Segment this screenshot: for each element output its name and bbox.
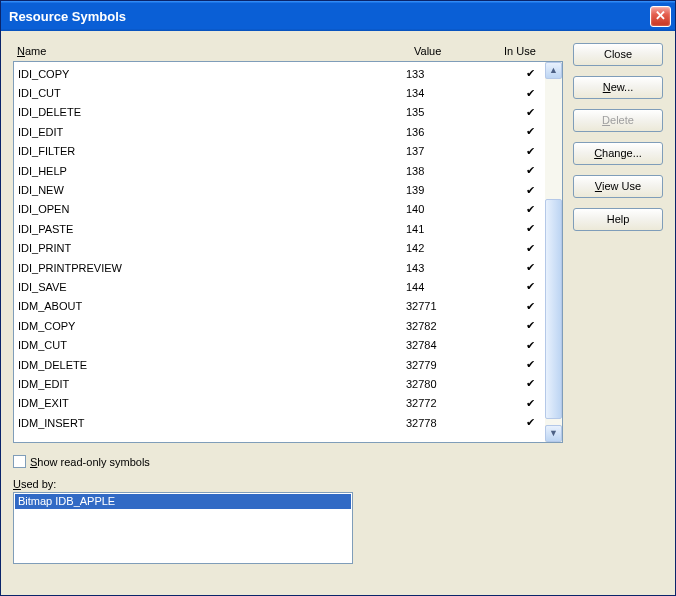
- symbol-value: 32784: [406, 339, 496, 351]
- check-icon: ✔: [496, 300, 541, 313]
- table-row[interactable]: IDI_PRINTPREVIEW143✔: [14, 258, 545, 277]
- symbol-name: IDI_PASTE: [18, 223, 406, 235]
- content-area: Name Value In Use IDI_COPY133✔IDI_CUT134…: [1, 31, 675, 595]
- symbol-value: 141: [406, 223, 496, 235]
- check-icon: ✔: [496, 416, 541, 429]
- table-row[interactable]: IDI_HELP138✔: [14, 161, 545, 180]
- check-icon: ✔: [496, 319, 541, 332]
- symbol-name: IDM_CUT: [18, 339, 406, 351]
- check-icon: ✔: [496, 280, 541, 293]
- symbol-value: 134: [406, 87, 496, 99]
- check-icon: ✔: [496, 184, 541, 197]
- symbol-value: 139: [406, 184, 496, 196]
- viewuse-button[interactable]: View Use: [573, 175, 663, 198]
- symbol-value: 143: [406, 262, 496, 274]
- check-icon: ✔: [496, 125, 541, 138]
- usedby-label: Used by:: [13, 478, 563, 490]
- symbol-value: 144: [406, 281, 496, 293]
- table-row[interactable]: IDI_PRINT142✔: [14, 239, 545, 258]
- button-column: Close New... Delete Change... View Use H…: [573, 43, 663, 583]
- symbol-name: IDI_DELETE: [18, 106, 406, 118]
- column-inuse: In Use: [504, 45, 559, 57]
- new-button[interactable]: New...: [573, 76, 663, 99]
- window-title: Resource Symbols: [9, 9, 650, 24]
- help-button[interactable]: Help: [573, 208, 663, 231]
- table-row[interactable]: IDI_DELETE135✔: [14, 103, 545, 122]
- check-icon: ✔: [496, 203, 541, 216]
- readonly-checkbox[interactable]: [13, 455, 26, 468]
- table-row[interactable]: IDM_EXIT32772✔: [14, 394, 545, 413]
- symbol-value: 32778: [406, 417, 496, 429]
- scroll-down-icon[interactable]: ▼: [545, 425, 562, 442]
- column-value: Value: [414, 45, 504, 57]
- table-row[interactable]: IDM_ABOUT32771✔: [14, 297, 545, 316]
- symbol-name: IDI_OPEN: [18, 203, 406, 215]
- symbol-name: IDI_FILTER: [18, 145, 406, 157]
- check-icon: ✔: [496, 87, 541, 100]
- symbol-name: IDI_PRINT: [18, 242, 406, 254]
- check-icon: ✔: [496, 397, 541, 410]
- table-row[interactable]: IDM_DELETE32779✔: [14, 355, 545, 374]
- change-button[interactable]: Change...: [573, 142, 663, 165]
- symbol-value: 32779: [406, 359, 496, 371]
- symbol-value: 32771: [406, 300, 496, 312]
- usedby-list[interactable]: Bitmap IDB_APPLE: [13, 492, 353, 564]
- symbol-value: 140: [406, 203, 496, 215]
- scroll-thumb[interactable]: [545, 199, 562, 419]
- scrollbar[interactable]: ▲ ▼: [545, 62, 562, 442]
- readonly-checkbox-row[interactable]: Show read-only symbols: [13, 455, 563, 468]
- symbol-name: IDM_ABOUT: [18, 300, 406, 312]
- readonly-label: Show read-only symbols: [30, 456, 150, 468]
- symbol-value: 135: [406, 106, 496, 118]
- delete-button: Delete: [573, 109, 663, 132]
- table-row[interactable]: IDI_PASTE141✔: [14, 219, 545, 238]
- titlebar[interactable]: Resource Symbols ✕: [1, 1, 675, 31]
- check-icon: ✔: [496, 164, 541, 177]
- symbol-list[interactable]: IDI_COPY133✔IDI_CUT134✔IDI_DELETE135✔IDI…: [14, 62, 545, 442]
- symbol-value: 138: [406, 165, 496, 177]
- dialog-window: Resource Symbols ✕ Name Value In Use IDI…: [0, 0, 676, 596]
- check-icon: ✔: [496, 242, 541, 255]
- symbol-value: 142: [406, 242, 496, 254]
- symbol-value: 137: [406, 145, 496, 157]
- table-row[interactable]: IDI_COPY133✔: [14, 64, 545, 83]
- close-button[interactable]: Close: [573, 43, 663, 66]
- check-icon: ✔: [496, 377, 541, 390]
- symbol-name: IDM_EDIT: [18, 378, 406, 390]
- table-row[interactable]: IDI_EDIT136✔: [14, 122, 545, 141]
- symbol-name: IDM_DELETE: [18, 359, 406, 371]
- check-icon: ✔: [496, 261, 541, 274]
- symbol-value: 32780: [406, 378, 496, 390]
- check-icon: ✔: [496, 222, 541, 235]
- left-column: Name Value In Use IDI_COPY133✔IDI_CUT134…: [13, 43, 563, 583]
- symbol-name: IDI_CUT: [18, 87, 406, 99]
- table-row[interactable]: IDI_OPEN140✔: [14, 200, 545, 219]
- list-body-wrap: IDI_COPY133✔IDI_CUT134✔IDI_DELETE135✔IDI…: [13, 61, 563, 443]
- check-icon: ✔: [496, 358, 541, 371]
- symbol-name: IDM_COPY: [18, 320, 406, 332]
- table-row[interactable]: IDM_INSERT32778✔: [14, 413, 545, 432]
- table-row[interactable]: IDI_FILTER137✔: [14, 142, 545, 161]
- table-row[interactable]: IDM_CUT32784✔: [14, 335, 545, 354]
- table-row[interactable]: IDI_SAVE144✔: [14, 277, 545, 296]
- symbol-name: IDI_EDIT: [18, 126, 406, 138]
- symbol-list-area: Name Value In Use IDI_COPY133✔IDI_CUT134…: [13, 43, 563, 443]
- scroll-up-icon[interactable]: ▲: [545, 62, 562, 79]
- scroll-track[interactable]: [545, 79, 562, 425]
- symbol-value: 32782: [406, 320, 496, 332]
- usedby-item[interactable]: Bitmap IDB_APPLE: [15, 494, 351, 509]
- symbol-name: IDI_SAVE: [18, 281, 406, 293]
- table-row[interactable]: IDI_NEW139✔: [14, 180, 545, 199]
- symbol-value: 32772: [406, 397, 496, 409]
- symbol-name: IDI_COPY: [18, 68, 406, 80]
- check-icon: ✔: [496, 339, 541, 352]
- table-row[interactable]: IDM_EDIT32780✔: [14, 374, 545, 393]
- list-header: Name Value In Use: [13, 43, 563, 61]
- symbol-name: IDM_INSERT: [18, 417, 406, 429]
- column-name: Name: [17, 45, 414, 57]
- close-icon[interactable]: ✕: [650, 6, 671, 27]
- table-row[interactable]: IDM_COPY32782✔: [14, 316, 545, 335]
- check-icon: ✔: [496, 67, 541, 80]
- symbol-name: IDI_PRINTPREVIEW: [18, 262, 406, 274]
- table-row[interactable]: IDI_CUT134✔: [14, 83, 545, 102]
